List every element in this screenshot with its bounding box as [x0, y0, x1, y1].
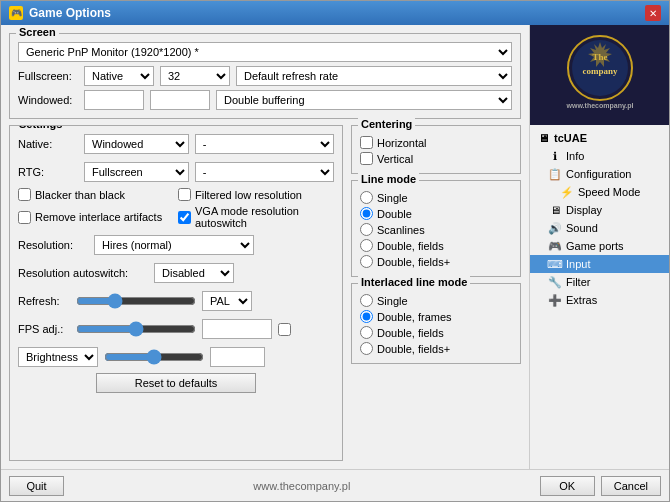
game-options-window: 🎮 Game Options ✕ Screen Generic PnP Moni… [0, 0, 670, 502]
filter-icon: 🔧 [548, 275, 562, 289]
refresh-pal-select[interactable]: PAL [202, 291, 252, 311]
sidebar-item-info[interactable]: ℹ Info [530, 147, 669, 165]
sidebar-item-tcuae[interactable]: 🖥 tcUAE [530, 129, 669, 147]
line-double-fields-plus-radio[interactable] [360, 255, 373, 268]
sidebar-extras-label: Extras [566, 294, 597, 306]
display-icon: 🖥 [548, 203, 562, 217]
footer-bar: Quit www.thecompany.pl OK Cancel [1, 469, 669, 501]
fps-slider[interactable] [76, 321, 196, 337]
sidebar-game-ports-label: Game ports [566, 240, 623, 252]
game-ports-icon: 🎮 [548, 239, 562, 253]
fps-checkbox[interactable] [278, 323, 291, 336]
refresh-label: Refresh: [18, 295, 70, 307]
line-scanlines-row: Scanlines [360, 223, 512, 236]
settings-legend: Settings [16, 125, 65, 130]
fullscreen-mode-select[interactable]: Native [84, 66, 154, 86]
ilm-double-frames-label: Double, frames [377, 311, 452, 323]
vertical-label: Vertical [377, 153, 413, 165]
native-select[interactable]: Windowed [84, 134, 189, 154]
remove-interlace-label: Remove interlace artifacts [35, 211, 162, 223]
sidebar-item-display[interactable]: 🖥 Display [530, 201, 669, 219]
sidebar-item-speed-mode[interactable]: ⚡ Speed Mode [530, 183, 669, 201]
centering-legend: Centering [358, 118, 415, 130]
settings-section: Settings Native: Windowed - RTG: F [9, 125, 343, 461]
content-area: Screen Generic PnP Monitor (1920*1200) *… [1, 25, 669, 469]
sidebar-item-sound[interactable]: 🔊 Sound [530, 219, 669, 237]
brightness-slider[interactable] [104, 349, 204, 365]
ilm-double-frames-radio[interactable] [360, 310, 373, 323]
vertical-checkbox-row: Vertical [360, 152, 512, 165]
line-double-fields-row: Double, fields [360, 239, 512, 252]
footer-url: www.thecompany.pl [253, 480, 350, 492]
svg-text:company: company [582, 66, 618, 76]
fps-input[interactable]: 49.920128 [202, 319, 272, 339]
screen-section: Screen Generic PnP Monitor (1920*1200) *… [9, 33, 521, 119]
line-scanlines-radio[interactable] [360, 223, 373, 236]
buffering-select[interactable]: Double buffering [216, 90, 512, 110]
ok-button[interactable]: OK [540, 476, 595, 496]
configuration-icon: 📋 [548, 167, 562, 181]
reset-defaults-button[interactable]: Reset to defaults [96, 373, 256, 393]
sidebar-item-extras[interactable]: ➕ Extras [530, 291, 669, 309]
rtg-select[interactable]: Fullscreen [84, 162, 189, 182]
sidebar-item-configuration[interactable]: 📋 Configuration [530, 165, 669, 183]
tree-panel: 🖥 tcUAE ℹ Info 📋 Configuration ⚡ Speed M… [530, 125, 669, 469]
fps-label: FPS adj.: [18, 323, 70, 335]
vga-mode-label: VGA mode resolution autoswitch [195, 205, 334, 229]
speed-mode-icon: ⚡ [560, 185, 574, 199]
resolution-select[interactable]: Hires (normal) [94, 235, 254, 255]
cow-banner: The company www.thecompany.pl [530, 25, 669, 125]
sidebar-item-game-ports[interactable]: 🎮 Game ports [530, 237, 669, 255]
blacker-checkbox[interactable] [18, 188, 31, 201]
quit-button[interactable]: Quit [9, 476, 64, 496]
title-bar: 🎮 Game Options ✕ [1, 1, 669, 25]
fullscreen-depth-select[interactable]: 32 [160, 66, 230, 86]
windowed-width-input[interactable]: 720 [84, 90, 144, 110]
line-mode-legend: Line mode [358, 173, 419, 185]
ilm-single-radio[interactable] [360, 294, 373, 307]
right-options-panel: Centering Horizontal Vertical [351, 125, 521, 461]
line-single-row: Single [360, 191, 512, 204]
close-button[interactable]: ✕ [645, 5, 661, 21]
brightness-input[interactable]: 0.0 [210, 347, 265, 367]
ilm-single-row: Single [360, 294, 512, 307]
resolution-label: Resolution: [18, 239, 88, 251]
blacker-checkbox-row: Blacker than black [18, 188, 174, 201]
horizontal-checkbox[interactable] [360, 136, 373, 149]
line-double-fields-radio[interactable] [360, 239, 373, 252]
vertical-checkbox[interactable] [360, 152, 373, 165]
sidebar-item-input[interactable]: ⌨ Input [530, 255, 669, 273]
windowed-height-input[interactable]: 576 [150, 90, 210, 110]
ilm-double-fields-plus-row: Double, fields+ [360, 342, 512, 355]
ilm-double-fields-label: Double, fields [377, 327, 444, 339]
cancel-button[interactable]: Cancel [601, 476, 661, 496]
centering-section: Centering Horizontal Vertical [351, 125, 521, 174]
rtg-dash-select[interactable]: - [195, 162, 334, 182]
vga-mode-checkbox[interactable] [178, 211, 191, 224]
filtered-checkbox[interactable] [178, 188, 191, 201]
monitor-select[interactable]: Generic PnP Monitor (1920*1200) * [18, 42, 512, 62]
autoswitch-select[interactable]: Disabled [154, 263, 234, 283]
svg-text:www.thecompany.pl: www.thecompany.pl [565, 102, 633, 110]
line-single-radio[interactable] [360, 191, 373, 204]
input-icon: ⌨ [548, 257, 562, 271]
refresh-slider[interactable] [76, 293, 196, 309]
footer-buttons: OK Cancel [540, 476, 661, 496]
ilm-double-fields-row: Double, fields [360, 326, 512, 339]
remove-interlace-checkbox-row: Remove interlace artifacts [18, 205, 174, 229]
autoswitch-label: Resolution autoswitch: [18, 267, 148, 279]
sidebar-panel: The company www.thecompany.pl 🖥 tcUAE ℹ [529, 25, 669, 469]
cow-logo-svg: The company www.thecompany.pl [540, 30, 660, 120]
sidebar-input-label: Input [566, 258, 590, 270]
remove-interlace-checkbox[interactable] [18, 211, 31, 224]
sidebar-item-filter[interactable]: 🔧 Filter [530, 273, 669, 291]
refresh-rate-select[interactable]: Default refresh rate [236, 66, 512, 86]
native-dash-select[interactable]: - [195, 134, 334, 154]
brightness-dropdown[interactable]: Brightness [18, 347, 98, 367]
ilm-double-fields-radio[interactable] [360, 326, 373, 339]
line-double-row: Double [360, 207, 512, 220]
ilm-double-fields-plus-radio[interactable] [360, 342, 373, 355]
line-double-fields-plus-row: Double, fields+ [360, 255, 512, 268]
line-double-radio[interactable] [360, 207, 373, 220]
sidebar-sound-label: Sound [566, 222, 598, 234]
